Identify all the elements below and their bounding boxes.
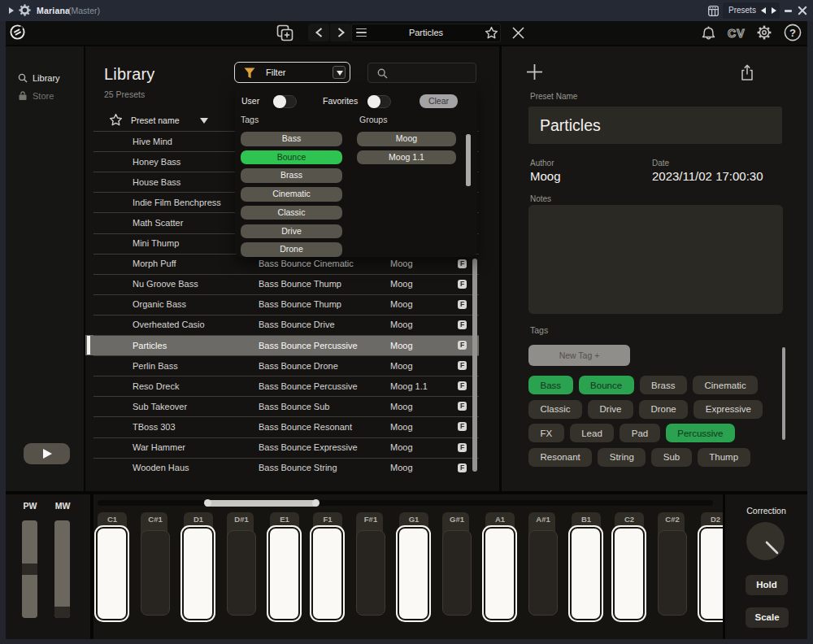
keyboard-scroll-handle-left[interactable] xyxy=(204,499,211,507)
header-favorite-star-icon[interactable] xyxy=(109,113,123,127)
key-b1[interactable] xyxy=(570,527,602,620)
key-cs2[interactable] xyxy=(658,530,687,616)
preset-row[interactable]: Sub TakeoverBass Bounce SubMoogF xyxy=(85,396,479,416)
preset-tag-bounce[interactable]: Bounce xyxy=(579,376,634,394)
preset-tag-bass[interactable]: Bass xyxy=(528,376,573,394)
key-f1[interactable] xyxy=(311,527,343,620)
back-button[interactable] xyxy=(308,24,329,41)
hold-button[interactable]: Hold xyxy=(746,575,788,595)
favorites-filter-toggle[interactable] xyxy=(367,95,391,108)
dropdown-tag-brass[interactable]: Brass xyxy=(241,168,342,183)
dropdown-tag-cinematic[interactable]: Cinematic xyxy=(241,187,342,202)
mod-wheel[interactable] xyxy=(54,520,70,618)
scale-button[interactable]: Scale xyxy=(746,607,789,628)
preset-row[interactable]: Wooden HausBass Bounce StringMoogF xyxy=(85,458,479,478)
key-d1[interactable] xyxy=(182,527,214,620)
preset-tag-resonant[interactable]: Resonant xyxy=(528,448,592,467)
preset-row[interactable]: Nu Groove BassBass Bounce ThumpMoogF xyxy=(85,274,479,294)
minimize-icon[interactable] xyxy=(785,10,792,12)
keyboard-scroll-track[interactable] xyxy=(98,500,713,506)
settings-gear-icon[interactable] xyxy=(756,24,772,41)
user-filter-toggle[interactable] xyxy=(273,95,297,108)
pitch-wheel[interactable] xyxy=(22,520,37,618)
cv-button[interactable]: CV xyxy=(728,27,746,40)
notes-input[interactable] xyxy=(528,205,783,314)
collapse-caret-icon[interactable] xyxy=(9,7,14,14)
key-fs1[interactable] xyxy=(356,530,385,616)
save-copy-icon[interactable] xyxy=(276,24,293,41)
close-window-icon[interactable] xyxy=(798,6,807,15)
key-cs1[interactable] xyxy=(141,530,170,616)
play-button[interactable] xyxy=(24,443,70,464)
key-gs1[interactable] xyxy=(442,530,472,616)
key-label: D2 xyxy=(699,515,723,524)
dropdown-tag-bounce[interactable]: Bounce xyxy=(241,150,342,165)
preset-tag-brass[interactable]: Brass xyxy=(640,376,687,394)
dropdown-group-moog[interactable]: Moog xyxy=(357,132,456,146)
key-e1[interactable] xyxy=(268,527,300,620)
dropdown-group-moog-1-1[interactable]: Moog 1.1 xyxy=(357,150,456,165)
key-ds1[interactable] xyxy=(227,530,256,616)
preset-tag-fx[interactable]: FX xyxy=(528,424,564,442)
sort-column-label[interactable]: Preset name xyxy=(131,115,180,125)
preset-tag-lead[interactable]: Lead xyxy=(570,424,615,442)
preset-tag-classic[interactable]: Classic xyxy=(528,400,582,419)
dropdown-tag-bass[interactable]: Bass xyxy=(241,132,342,146)
dropdown-groups-label: Groups xyxy=(359,115,387,124)
key-d2[interactable] xyxy=(699,527,723,620)
dropdown-tag-classic[interactable]: Classic xyxy=(241,206,342,220)
forward-button[interactable] xyxy=(330,24,351,41)
key-c2[interactable] xyxy=(613,527,645,620)
keyboard-scroll-thumb[interactable] xyxy=(205,500,318,507)
notifications-bell-icon[interactable] xyxy=(701,24,716,41)
detail-scrollbar[interactable] xyxy=(782,347,785,440)
preset-row[interactable]: Overheated CasioBass Bounce DriveMoogF xyxy=(85,315,479,335)
preset-list-scrollbar[interactable] xyxy=(472,259,477,472)
preset-row-tags: Bass Bounce String xyxy=(259,463,337,472)
sidebar-item-store[interactable]: Store xyxy=(18,89,54,102)
browser-close-icon[interactable] xyxy=(511,26,525,40)
preset-tag-thump[interactable]: Thump xyxy=(698,448,750,467)
preset-tag-percussive[interactable]: Percussive xyxy=(666,424,735,442)
preset-tag-drive[interactable]: Drive xyxy=(588,400,633,419)
preset-row[interactable]: ParticlesBass Bounce PercussiveMoogF xyxy=(85,335,479,355)
preset-prev-icon[interactable] xyxy=(761,7,766,14)
preset-tag-string[interactable]: String xyxy=(598,448,646,467)
new-tag-button[interactable]: New Tag + xyxy=(528,345,630,366)
preset-tag-expressive[interactable]: Expressive xyxy=(693,400,763,419)
preset-row[interactable]: TBoss 303Bass Bounce ResonantMoogF xyxy=(85,416,479,437)
preset-row[interactable]: Organic BassBass Bounce ThumpMoogF xyxy=(85,294,479,315)
keyboard-panel: C1C#1D1D#1E1F1F#1G1G#1A1A#1B1C2C#2D2 xyxy=(93,494,723,639)
sidebar-item-library[interactable]: Library xyxy=(18,72,60,85)
preset-tag-cinematic[interactable]: Cinematic xyxy=(693,376,758,394)
filter-caret-icon[interactable] xyxy=(333,66,346,79)
presets-selector-label[interactable]: Presets xyxy=(728,6,756,15)
date-label: Date xyxy=(652,159,669,168)
plugin-gear-icon[interactable] xyxy=(19,4,31,16)
preset-row-tags: Bass Bounce Drive xyxy=(259,320,335,329)
add-preset-icon[interactable] xyxy=(526,63,543,80)
dropdown-tag-drive[interactable]: Drive xyxy=(241,224,342,239)
favorite-star-icon[interactable] xyxy=(485,26,498,40)
keyboard-grid-icon[interactable] xyxy=(708,6,719,16)
key-as1[interactable] xyxy=(528,530,558,616)
preset-tag-drone[interactable]: Drone xyxy=(639,400,688,419)
key-c1[interactable] xyxy=(96,527,128,620)
preset-row[interactable]: Reso DreckBass Bounce PercussiveMoog 1.1… xyxy=(85,376,479,396)
help-icon[interactable]: ? xyxy=(784,24,802,41)
preset-row[interactable]: Perlin BassBass Bounce DroneMoogF xyxy=(85,355,479,376)
dropdown-tag-drone[interactable]: Drone xyxy=(241,242,342,257)
sort-direction-icon[interactable] xyxy=(200,118,208,124)
preset-row[interactable]: War HammerBass Bounce ExpressiveMoogF xyxy=(85,437,479,458)
clear-filters-button[interactable]: Clear xyxy=(420,94,458,108)
key-g1[interactable] xyxy=(398,527,429,620)
key-a1[interactable] xyxy=(484,527,515,620)
dropdown-scrollbar[interactable] xyxy=(466,134,471,186)
preset-tag-sub[interactable]: Sub xyxy=(651,448,691,467)
pitch-wheel-label: PW xyxy=(22,501,38,511)
share-export-icon[interactable] xyxy=(740,64,754,81)
preset-tag-pad[interactable]: Pad xyxy=(620,424,659,442)
preset-row-group: Moog xyxy=(390,320,413,329)
preset-next-icon[interactable] xyxy=(772,7,776,14)
keyboard-scroll-handle-right[interactable] xyxy=(312,499,320,507)
